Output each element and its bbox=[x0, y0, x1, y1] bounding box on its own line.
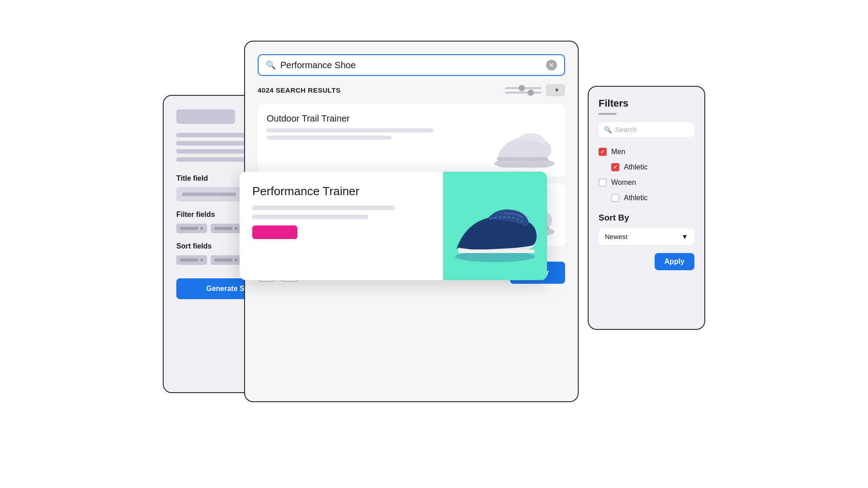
check-mark-men-athletic: ✓ bbox=[613, 164, 618, 170]
results-count: 4024 SEARCH RESULTS bbox=[258, 86, 340, 94]
sort-chip-2[interactable]: ✕ bbox=[211, 255, 241, 265]
slider-thumb-1[interactable] bbox=[519, 85, 525, 91]
overlay-sk-1 bbox=[252, 206, 395, 210]
sort-select-chevron-icon: ▼ bbox=[681, 233, 688, 240]
filter-chip-2[interactable]: ✕ bbox=[211, 224, 241, 233]
title-underline bbox=[599, 113, 617, 115]
filter-chip-1[interactable]: ✕ bbox=[176, 224, 207, 233]
check-mark-men: ✓ bbox=[600, 149, 605, 155]
result-info-1: Outdoor Trail Trainer bbox=[267, 113, 475, 143]
overlay-title: Performance Trainer bbox=[252, 184, 430, 198]
women-athletic-label: Athletic bbox=[624, 194, 647, 202]
slider-track-bottom bbox=[505, 92, 541, 94]
search-clear-button[interactable]: ✕ bbox=[546, 60, 557, 70]
sort-chevron-icon: ▼ bbox=[554, 87, 560, 94]
filter-item-men[interactable]: ✓ Men bbox=[599, 146, 694, 158]
overlay-shoe-image bbox=[443, 172, 547, 280]
filter-item-women[interactable]: Women bbox=[599, 177, 694, 188]
sort-chip-bar-1 bbox=[180, 258, 198, 262]
men-athletic-checkbox[interactable]: ✓ bbox=[611, 163, 619, 171]
slider-thumb-2[interactable] bbox=[528, 89, 534, 96]
price-slider[interactable] bbox=[505, 87, 541, 94]
filter-item-men-athletic[interactable]: ✓ Athletic bbox=[599, 161, 694, 173]
sort-chip-1[interactable]: ✕ bbox=[176, 255, 207, 265]
right-apply-button[interactable]: Apply bbox=[655, 253, 694, 270]
right-search-placeholder: Search bbox=[615, 126, 637, 133]
sort-by-title: Sort By bbox=[599, 213, 694, 223]
result-sk-1a bbox=[267, 128, 433, 132]
chip-bar-2 bbox=[214, 227, 232, 230]
sort-section: Sort By Newest ▼ Apply bbox=[599, 213, 694, 245]
overlay-card: Performance Trainer bbox=[240, 172, 547, 280]
women-athletic-checkbox[interactable] bbox=[611, 194, 619, 202]
svg-rect-5 bbox=[458, 249, 535, 253]
filter-slider-group: ▼ bbox=[505, 84, 565, 96]
search-icon: 🔍 bbox=[266, 60, 276, 70]
search-input[interactable]: Performance Shoe bbox=[280, 60, 542, 70]
right-filter-panel: Filters 🔍 Search ✓ Men ✓ Athletic Women bbox=[588, 86, 705, 330]
overlay-action-button[interactable] bbox=[252, 225, 297, 239]
men-checkbox[interactable]: ✓ bbox=[599, 148, 607, 156]
filters-title: Filters bbox=[599, 98, 694, 109]
men-label: Men bbox=[611, 148, 625, 156]
men-athletic-label: Athletic bbox=[624, 163, 647, 171]
right-search-box[interactable]: 🔍 Search bbox=[599, 122, 694, 137]
search-bar[interactable]: 🔍 Performance Shoe ✕ bbox=[258, 54, 565, 76]
result-sk-1b bbox=[267, 136, 392, 140]
top-bar-placeholder bbox=[176, 109, 235, 124]
result-title-1: Outdoor Trail Trainer bbox=[267, 113, 475, 124]
overlay-info: Performance Trainer bbox=[240, 172, 443, 280]
chip-remove-1[interactable]: ✕ bbox=[200, 226, 203, 231]
overlay-sk-2 bbox=[252, 215, 368, 219]
chip-bar-1 bbox=[180, 227, 198, 230]
sort-chip-remove-1[interactable]: ✕ bbox=[200, 258, 203, 263]
sort-chip-remove-2[interactable]: ✕ bbox=[234, 258, 238, 263]
svg-rect-1 bbox=[498, 157, 548, 161]
dropdown-inner bbox=[182, 192, 236, 196]
slider-track-top bbox=[505, 87, 541, 89]
filter-item-women-athletic[interactable]: Athletic bbox=[599, 192, 694, 204]
scene: Title field ▼ Filter fields ✕ ✕ ✕ ▼ Sort… bbox=[163, 41, 705, 447]
results-bar: 4024 SEARCH RESULTS ▼ bbox=[258, 84, 565, 96]
sort-dropdown[interactable]: ▼ bbox=[546, 84, 565, 96]
filter-group-men: ✓ Men ✓ Athletic Women Athletic bbox=[599, 146, 694, 204]
shoe-image-1 bbox=[484, 113, 556, 168]
result-card-1[interactable]: Outdoor Trail Trainer bbox=[258, 104, 565, 177]
sort-select[interactable]: Newest ▼ bbox=[599, 228, 694, 245]
chip-remove-2[interactable]: ✕ bbox=[234, 226, 238, 231]
women-checkbox[interactable] bbox=[599, 178, 607, 187]
sk-line-4 bbox=[176, 157, 252, 162]
sort-chip-bar-2 bbox=[214, 258, 232, 262]
women-label: Women bbox=[611, 178, 636, 187]
sort-selected-value: Newest bbox=[605, 233, 627, 240]
right-search-icon: 🔍 bbox=[604, 126, 612, 133]
